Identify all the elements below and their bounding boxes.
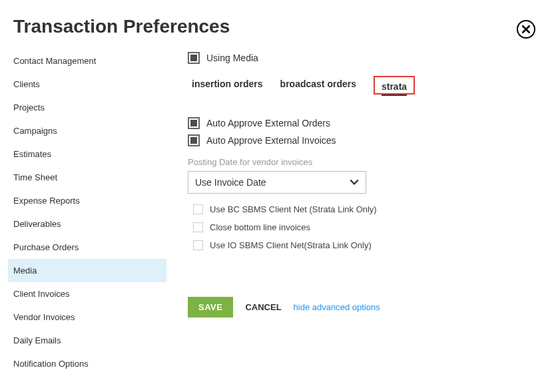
- tabs: insertion orders broadcast orders strata: [192, 76, 554, 95]
- page-title: Transaction Preferences: [13, 16, 230, 37]
- using-media-label: Using Media: [206, 53, 258, 63]
- sidebar-item-estimates[interactable]: Estimates: [8, 142, 166, 166]
- sidebar-item-media[interactable]: Media: [8, 259, 166, 282]
- sidebar-item-contact-management[interactable]: Contact Management: [8, 49, 166, 73]
- tab-strata[interactable]: strata: [382, 81, 407, 96]
- close-icon: [522, 25, 530, 33]
- sidebar-item-campaigns[interactable]: Campaigns: [8, 119, 166, 142]
- save-button[interactable]: SAVE: [188, 297, 233, 317]
- auto-approve-orders-label: Auto Approve External Orders: [206, 118, 330, 128]
- use-io-sbms-label: Use IO SBMS Client Net(Strata Link Only): [210, 240, 372, 250]
- auto-approve-invoices-label: Auto Approve External Invoices: [206, 135, 336, 146]
- close-button[interactable]: [517, 20, 535, 39]
- sidebar-item-time-sheet[interactable]: Time Sheet: [8, 166, 166, 189]
- sidebar-item-purchase-orders[interactable]: Purchase Orders: [8, 236, 166, 259]
- tab-broadcast-orders[interactable]: broadcast orders: [280, 79, 356, 92]
- use-bc-sbms-checkbox[interactable]: [193, 204, 203, 214]
- sidebar-item-client-invoices[interactable]: Client Invoices: [8, 282, 166, 305]
- close-bottom-line-label: Close bottom line invoices: [210, 222, 310, 232]
- using-media-checkbox[interactable]: [188, 52, 200, 64]
- tab-highlight-strata: strata: [374, 76, 415, 95]
- sidebar-item-expense-reports[interactable]: Expense Reports: [8, 189, 166, 212]
- posting-date-label: Posting Date for vendor invoices: [188, 157, 554, 167]
- sidebar-item-projects[interactable]: Projects: [8, 96, 166, 119]
- posting-date-select[interactable]: Use Invoice Date: [188, 171, 366, 194]
- sidebar-item-clients[interactable]: Clients: [8, 73, 166, 96]
- sidebar-item-daily-emails[interactable]: Daily Emails: [8, 329, 166, 352]
- chevron-down-icon: [350, 178, 359, 187]
- cancel-button[interactable]: CANCEL: [245, 302, 281, 312]
- main-panel: Using Media insertion orders broadcast o…: [188, 49, 554, 375]
- close-bottom-line-checkbox[interactable]: [193, 222, 203, 232]
- sidebar-item-notification-options[interactable]: Notification Options: [8, 352, 166, 375]
- sidebar-item-deliverables[interactable]: Deliverables: [8, 212, 166, 236]
- sub-options: Use BC SBMS Client Net (Strata Link Only…: [193, 200, 554, 254]
- tab-insertion-orders[interactable]: insertion orders: [192, 79, 263, 92]
- sidebar-item-vendor-invoices[interactable]: Vendor Invoices: [8, 305, 166, 329]
- sidebar: Contact Management Clients Projects Camp…: [8, 49, 166, 375]
- auto-approve-invoices-checkbox[interactable]: [188, 134, 200, 146]
- use-io-sbms-checkbox[interactable]: [193, 240, 203, 250]
- auto-approve-orders-checkbox[interactable]: [188, 117, 200, 129]
- posting-date-value: Use Invoice Date: [195, 177, 266, 188]
- hide-advanced-options-link[interactable]: hide advanced options: [294, 302, 380, 312]
- use-bc-sbms-label: Use BC SBMS Client Net (Strata Link Only…: [210, 204, 377, 214]
- actions: SAVE CANCEL hide advanced options: [188, 297, 554, 317]
